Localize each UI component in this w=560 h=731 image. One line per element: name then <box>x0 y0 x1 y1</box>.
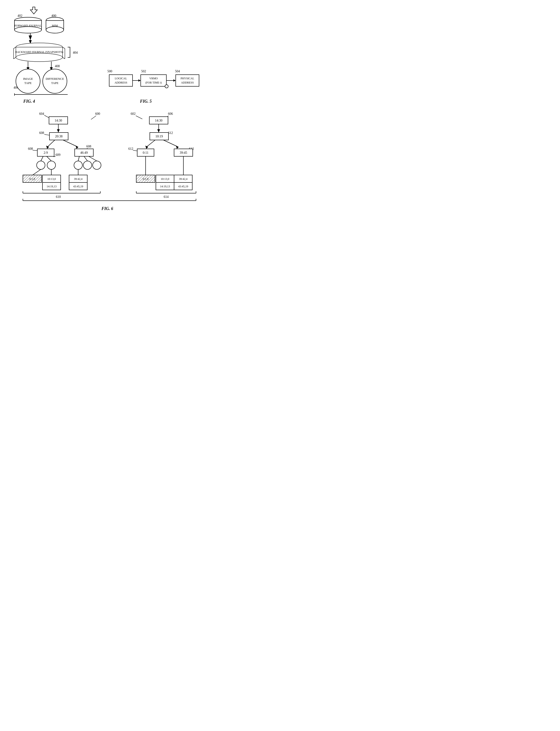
left-leaf-39424-text: 39:42,4 <box>74 177 82 181</box>
ref-402: 402 <box>17 14 22 17</box>
vrmo-box <box>141 75 166 86</box>
svg-line-46 <box>147 140 155 147</box>
ref-614: 614 <box>164 195 169 199</box>
page: 402 400 FORWARD JOURNAL MIM 404 <box>0 0 224 303</box>
phys-addr-text2: ADDRESS <box>181 81 194 84</box>
ref-610: 610 <box>56 195 61 199</box>
vrmo-text1: VRMO <box>149 77 158 80</box>
left-leaf-10130-text: 10:13,0 <box>47 177 56 181</box>
fig4-caption: FIG. 4 <box>23 99 35 104</box>
ref-612a: 612 <box>168 131 173 135</box>
ref-500: 500 <box>107 70 112 73</box>
svg-line-12 <box>14 57 16 59</box>
svg-point-5 <box>46 27 64 33</box>
svg-line-10 <box>14 47 16 49</box>
left-circle-5 <box>93 161 101 169</box>
left-circle-3 <box>74 161 82 169</box>
arrow-r2b <box>176 146 179 149</box>
left-leaf-018-text: 0:1,8 <box>29 177 35 181</box>
fig6-caption: FIG. 6 <box>101 206 113 211</box>
svg-line-31 <box>41 156 43 161</box>
logical-addr-text1: LOGICAL <box>115 77 127 80</box>
ref-600: 600 <box>95 112 100 115</box>
svg-line-32 <box>47 156 51 161</box>
ref-606: 606 <box>168 112 173 115</box>
forward-journal-label: FORWARD JOURNAL <box>14 24 42 27</box>
arrow-vrmo-pa <box>173 79 176 82</box>
vrmo-small-circle <box>165 85 168 88</box>
left-node-2038-text: 20:38 <box>55 135 63 138</box>
vrmo-text2: (FOR TIME t) <box>145 81 162 84</box>
right-leaf-434519-text: 43:45,19 <box>178 185 188 188</box>
arrow-l2b <box>76 146 78 149</box>
main-diagram: 402 400 FORWARD JOURNAL MIM 404 <box>5 5 224 297</box>
right-leaf-141913-text: 14:19,13 <box>160 185 170 188</box>
svg-line-26 <box>48 140 55 147</box>
physical-address-box <box>176 75 199 86</box>
right-leaf-39424-text: 39:42,4 <box>179 177 187 181</box>
logical-addr-text2: ADDRESS <box>115 81 127 84</box>
image-tape-text1: IMAGE <box>23 77 33 80</box>
ref-608c: 608 <box>86 145 91 148</box>
ref-604: 604 <box>39 112 44 115</box>
ref-404: 404 <box>73 51 78 54</box>
left-circle-2 <box>47 161 56 169</box>
ref-609: 609 <box>56 153 60 157</box>
svg-line-47 <box>163 140 177 147</box>
fig5-caption: FIG. 5 <box>140 99 152 104</box>
arrow-l1 <box>57 129 60 133</box>
right-leaf-10130-text: 10:13,0 <box>161 177 169 181</box>
left-leaf-141913-text: 14:19,13 <box>47 185 56 188</box>
right-leaf-018-text: 0:1,8 <box>143 177 148 181</box>
left-node-4649-text: 46:49 <box>80 151 88 154</box>
svg-line-33 <box>78 156 79 161</box>
ref-612b: 612 <box>128 147 133 150</box>
ref-400: 400 <box>51 14 56 17</box>
arrow-r1 <box>157 129 160 133</box>
phys-addr-text1: PHYSICAL <box>181 77 194 80</box>
right-node-1019-text: 10:19 <box>155 135 163 138</box>
left-node-29-text: 2:9 <box>44 151 48 154</box>
svg-line-27 <box>63 140 77 147</box>
svg-point-9 <box>16 53 63 62</box>
left-leaf-434519-text: 43:45,19 <box>73 185 83 188</box>
arrow-top-fig4 <box>30 7 37 14</box>
left-node-1430-text: 14:30 <box>55 119 62 122</box>
ref-408: 408 <box>55 64 60 68</box>
right-node-011-text: 0:11 <box>143 151 148 154</box>
left-circle-1 <box>37 161 45 169</box>
backward-journal-label: BACKWARD JOURNAL (SNAPSHOTS) <box>15 50 63 54</box>
ref-608a: 608 <box>39 131 44 135</box>
svg-line-34 <box>84 156 87 161</box>
svg-line-23 <box>91 116 96 119</box>
ref-602: 602 <box>131 112 136 115</box>
ref-504: 504 <box>175 70 180 73</box>
svg-line-36 <box>33 169 41 175</box>
svg-line-42 <box>136 116 142 119</box>
svg-line-35 <box>89 156 97 161</box>
image-tape-text2: TAPE <box>24 81 32 85</box>
ref-608b: 608 <box>28 147 33 150</box>
left-circle-4 <box>83 161 92 169</box>
mim-label: MIM <box>52 24 58 27</box>
svg-line-13 <box>63 47 65 49</box>
right-node-3945-text: 39:45 <box>180 151 187 154</box>
ref-502: 502 <box>141 70 146 73</box>
diff-tape-text1: DIFFERENCE <box>46 77 64 80</box>
svg-line-15 <box>63 57 65 59</box>
arrow-la-vrmo <box>138 79 141 82</box>
right-node-1430-text: 14:30 <box>155 119 162 122</box>
logical-address-box <box>109 75 133 86</box>
diff-tape-text2: TAPE <box>51 81 59 85</box>
svg-point-2 <box>14 27 42 33</box>
